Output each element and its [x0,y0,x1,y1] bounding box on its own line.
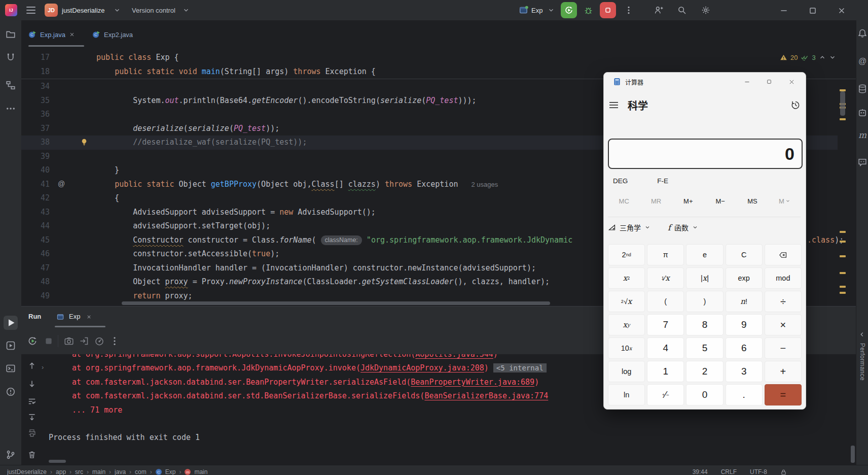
line-separator[interactable]: CRLF [721,468,737,475]
function-dropdown[interactable]: f 函数 [668,222,698,232]
warning-stripe-mark[interactable] [840,241,846,243]
project-avatar[interactable]: JD [45,4,58,17]
more-tool-windows-icon[interactable] [6,104,16,114]
add-user-icon[interactable] [654,6,663,15]
warning-stripe-mark[interactable] [840,272,846,274]
line-number[interactable]: 38 [23,135,50,150]
calc-key-one[interactable]: 1 [647,361,684,382]
line-number[interactable]: 47 [23,261,50,276]
calculator-window[interactable]: 计算器 科学 0 DEG F-E MCMRM+M−MSM 三角学 f 函数 [603,72,806,410]
editor-scrollbar-thumb[interactable] [840,91,845,116]
calc-key-close-paren[interactable]: ) [686,291,723,312]
stack-trace-link[interactable]: AopUtils.java:344 [415,354,493,359]
sticky-code-line[interactable]: public class Exp { [96,51,179,65]
lock-icon[interactable] [780,469,787,475]
calc-key-zero[interactable]: 0 [686,384,723,405]
magnet-icon[interactable] [6,52,16,62]
stack-trace-link[interactable]: BeanPropertyWriter.java:689 [411,378,534,387]
calc-key-nine[interactable]: 9 [726,314,763,335]
tab-exp2-java[interactable]: C Exp2.java [92,26,133,43]
line-number[interactable]: 18 [23,65,50,79]
memory-mc-button[interactable]: MC [608,192,640,210]
calc-key-six[interactable]: 6 [726,337,763,359]
chat-icon[interactable] [857,157,867,167]
breadcrumb-item[interactable]: java [115,468,126,475]
error-stripe[interactable] [839,47,847,306]
services-icon[interactable] [6,341,16,351]
close-tab-icon[interactable] [69,31,75,38]
console-scrollbar-thumb[interactable] [851,446,855,463]
breadcrumb[interactable]: justDeserialize›app›src›main›java›com›CE… [7,468,207,475]
print-icon[interactable] [27,428,37,437]
rerun-icon[interactable] [27,336,38,346]
ai-assistant-icon[interactable] [857,108,867,118]
calc-key-equals[interactable]: = [765,384,802,405]
version-control-menu[interactable]: Version control [132,7,175,14]
sticky-code-line[interactable]: public static void main(String[] args) t… [96,65,376,79]
caret-position[interactable]: 39:44 [693,468,708,475]
memory-ms-button[interactable]: MS [736,192,768,210]
line-number[interactable]: 48 [23,275,50,289]
warning-stripe-mark[interactable] [840,255,846,257]
calc-key-two[interactable]: 2 [686,361,723,382]
calculator-titlebar[interactable]: 计算器 [604,73,806,91]
calc-key-divide[interactable]: ÷ [765,291,802,312]
scroll-up-icon[interactable] [27,361,37,370]
screenshot-icon[interactable] [64,336,74,346]
line-number[interactable]: 44 [23,219,50,233]
calc-key-absolute[interactable]: |x| [686,267,723,289]
calc-maximize-icon[interactable] [758,74,780,89]
warning-stripe-mark[interactable] [840,118,846,120]
structure-icon[interactable] [6,80,16,90]
calc-key-clear[interactable]: C [726,244,763,265]
calc-key-reciprocal[interactable]: 1⁄x [647,267,684,289]
intention-bulb-icon[interactable] [80,138,88,146]
calc-key-eight[interactable]: 8 [686,314,723,335]
calc-key-decimal[interactable]: . [726,384,763,405]
inspections-widget[interactable]: 20 3 [780,52,836,62]
more-actions-icon[interactable] [624,6,633,15]
calc-key-exponential[interactable]: exp [726,267,763,289]
warning-stripe-mark[interactable] [840,292,846,294]
code-line[interactable]: advisedSupport.setTarget(obj); [96,219,270,233]
code-line[interactable]: public static Object getBPProxy(Object o… [96,178,498,192]
scroll-to-end-icon[interactable] [27,413,37,422]
calc-key-ten-power[interactable]: 10x [608,337,645,359]
code-line[interactable]: Object proxy = Proxy.newProxyInstance(Cl… [96,275,550,289]
performance-tab[interactable]: Performance [859,343,866,381]
memory-mr-button[interactable]: MR [640,192,672,210]
breadcrumb-item[interactable]: justDeserialize [7,468,47,475]
calc-key-minus[interactable]: − [765,337,802,359]
chevron-down-icon[interactable] [829,54,836,61]
console-hscrollbar-thumb[interactable] [49,460,66,463]
breadcrumb-item[interactable]: Exp [165,468,176,475]
calc-key-open-paren[interactable]: ( [647,291,684,312]
window-close-icon[interactable] [837,6,846,15]
code-line[interactable]: return proxy; [96,289,193,303]
window-minimize-icon[interactable] [779,6,788,15]
line-number[interactable]: 42 [23,191,50,206]
run-tab-label[interactable]: Exp [69,313,80,320]
main-menu-icon[interactable] [26,7,35,14]
line-number[interactable]: 36 [23,108,50,122]
code-line[interactable]: } [96,163,119,178]
calc-key-five[interactable]: 5 [686,337,723,359]
calc-key-four[interactable]: 4 [647,337,684,359]
breadcrumb-item[interactable]: app [56,468,66,475]
breadcrumb-item[interactable]: main [92,468,105,475]
trigonometry-dropdown[interactable]: 三角学 [608,222,650,232]
window-maximize-icon[interactable] [808,6,817,15]
close-run-tab-icon[interactable] [86,314,92,320]
line-number[interactable]: 17 [23,51,50,65]
calc-key-pi[interactable]: π [647,244,684,265]
settings-gear-icon[interactable] [701,6,710,15]
clear-console-icon[interactable] [27,450,37,459]
code-line[interactable]: Constructor constructor = Class.forName(… [96,233,572,248]
code-line[interactable]: constructor.setAccessible(true); [96,247,279,261]
code-line[interactable]: System.out.println(Base64.getEncoder().e… [96,94,477,108]
file-encoding[interactable]: UTF-8 [750,468,767,475]
code-line[interactable]: InvocationHandler handler = (InvocationH… [96,261,536,276]
code-line[interactable]: AdvisedSupport advisedSupport = new Advi… [96,206,376,220]
more-icon[interactable] [110,336,120,346]
line-number[interactable]: 39 [23,150,50,164]
